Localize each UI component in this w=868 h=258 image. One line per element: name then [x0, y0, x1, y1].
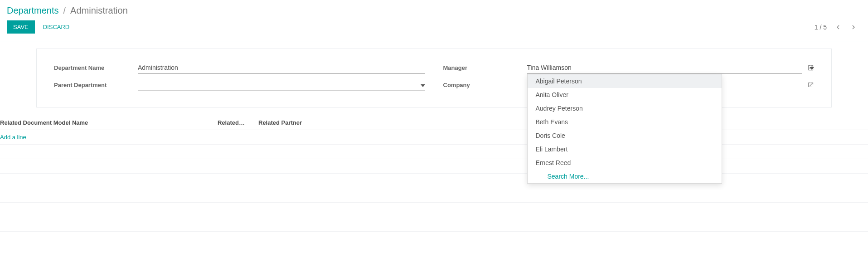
external-link-icon[interactable]: [807, 64, 814, 71]
table-row: [0, 217, 868, 232]
department-name-label: Department Name: [54, 64, 138, 71]
table-row: [0, 145, 868, 159]
dropdown-search-more[interactable]: Search More...: [528, 170, 722, 183]
external-link-icon[interactable]: [807, 82, 814, 88]
pager-prev-button[interactable]: [834, 23, 842, 31]
dropdown-item[interactable]: Abigail Peterson: [528, 74, 722, 88]
table-header: Related Document Model Name Related… Rel…: [0, 116, 868, 130]
dropdown-item[interactable]: Ernest Reed: [528, 156, 722, 170]
table-row: [0, 188, 868, 203]
table-header-related: Related…: [218, 119, 258, 126]
table-row: [0, 159, 868, 174]
save-button[interactable]: SAVE: [7, 20, 35, 34]
manager-label: Manager: [443, 64, 527, 71]
breadcrumb-current: Administration: [70, 5, 128, 16]
breadcrumb: Departments / Administration: [7, 5, 861, 16]
pager: 1 / 5: [815, 23, 861, 31]
manager-input[interactable]: [527, 62, 802, 73]
parent-department-label: Parent Department: [54, 82, 138, 88]
parent-department-input[interactable]: [138, 79, 425, 91]
table-row: [0, 174, 868, 188]
dropdown-item[interactable]: Beth Evans: [528, 115, 722, 129]
table-header-model: Related Document Model Name: [0, 119, 218, 126]
company-label: Company: [443, 82, 527, 88]
chevron-right-icon: [849, 23, 858, 31]
department-name-input[interactable]: [138, 62, 425, 73]
dropdown-item[interactable]: Audrey Peterson: [528, 102, 722, 115]
table-row: [0, 203, 868, 217]
breadcrumb-sep: /: [63, 5, 66, 16]
table-row: Add a line: [0, 130, 868, 145]
discard-button[interactable]: DISCARD: [43, 24, 70, 30]
add-line-link[interactable]: Add a line: [0, 134, 26, 141]
manager-dropdown: Abigail Peterson Anita Oliver Audrey Pet…: [527, 74, 722, 184]
pager-text: 1 / 5: [815, 24, 827, 31]
chevron-left-icon: [834, 23, 842, 31]
breadcrumb-root[interactable]: Departments: [7, 5, 59, 16]
dropdown-item[interactable]: Eli Lambert: [528, 142, 722, 156]
form-sheet: Department Name Parent Department: [36, 49, 832, 107]
dropdown-item[interactable]: Doris Cole: [528, 129, 722, 142]
pager-next-button[interactable]: [849, 23, 858, 31]
dropdown-item[interactable]: Anita Oliver: [528, 88, 722, 102]
